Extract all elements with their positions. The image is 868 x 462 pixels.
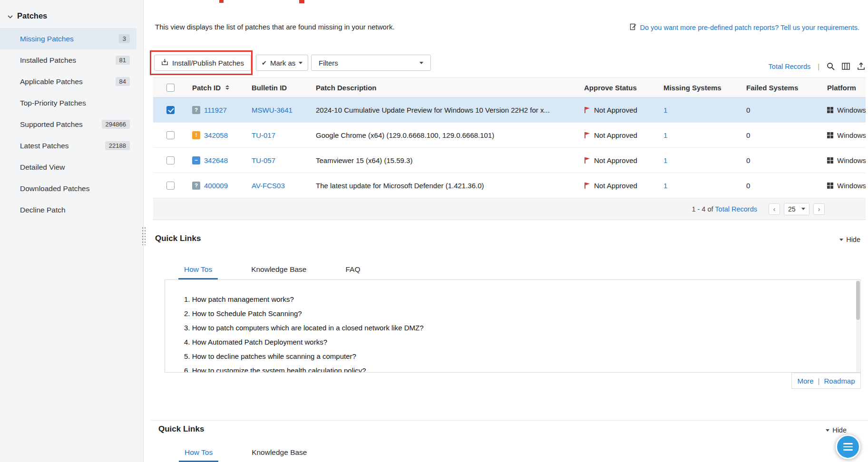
red-artifact [299, 0, 304, 3]
sidebar-section-patches[interactable]: Patches [0, 0, 143, 28]
pencil-paper-icon [630, 23, 636, 32]
row-checkbox[interactable] [166, 131, 175, 139]
table-body: ?111927MSWU-36412024-10 Cumulative Updat… [153, 97, 866, 198]
patch-id-link[interactable]: 400009 [204, 182, 228, 190]
tab-faq[interactable]: FAQ [340, 260, 366, 279]
missing-systems-link[interactable]: 1 [663, 106, 667, 114]
red-artifact [219, 0, 224, 3]
column-label: Approve Status [584, 84, 637, 92]
mark-as-label: Mark as [270, 59, 295, 67]
next-page-button[interactable]: › [813, 203, 825, 215]
reports-request-text: Do you want more pre-defined patch repor… [640, 24, 859, 31]
select-all-checkbox[interactable] [166, 84, 175, 92]
minus-severity-icon: − [192, 156, 200, 164]
count-badge: 81 [116, 56, 130, 65]
approve-status: Not Approved [578, 148, 658, 173]
roadmap-link[interactable]: Roadmap [824, 377, 855, 385]
column-header-patch-id[interactable]: Patch ID [186, 78, 246, 97]
sidebar-item-latest-patches[interactable]: Latest Patches22188 [0, 135, 137, 156]
platform-cell: Windows [821, 173, 866, 198]
sidebar: Patches Missing Patches3Installed Patche… [0, 0, 144, 462]
install-publish-button[interactable]: Install/Publish Patches [154, 55, 251, 71]
patch-id-link[interactable]: 342648 [204, 156, 228, 164]
tab-how-tos[interactable]: How Tos [178, 260, 218, 279]
bulletin-id-link[interactable]: MSWU-3641 [252, 106, 293, 114]
bulletin-id-link[interactable]: TU-017 [252, 131, 275, 139]
prev-page-button[interactable]: ‹ [769, 203, 780, 215]
sidebar-item-top-priority-patches[interactable]: Top-Priority Patches [0, 92, 137, 114]
hide-label: Hide [846, 236, 860, 243]
column-header-patch-description: Patch Description [310, 78, 578, 97]
howtos-list: 1. How patch management works?2. How to … [165, 280, 860, 373]
sort-icon[interactable] [225, 85, 229, 90]
page-size-dropdown[interactable]: 25 [784, 203, 809, 215]
table-row: ?111927MSWU-36412024-10 Cumulative Updat… [153, 97, 866, 123]
missing-systems-link[interactable]: 1 [663, 131, 667, 139]
reports-request-link[interactable]: Do you want more pre-defined patch repor… [630, 23, 859, 32]
tab-knowledge-base[interactable]: Knowledge Base [246, 444, 312, 462]
total-records-link[interactable]: Total Records [715, 205, 757, 213]
sidebar-item-downloaded-patches[interactable]: Downloaded Patches [0, 178, 137, 199]
howto-item[interactable]: 4. How Automated Patch Deployment works? [184, 335, 846, 349]
quick-links-tabs: How TosKnowledge BaseFAQ [178, 260, 366, 279]
platform-cell: Windows [821, 97, 866, 122]
pagination-range: 1 - 4 of Total Records [692, 205, 757, 213]
patch-id-link[interactable]: 111927 [204, 106, 227, 114]
hide-quick-links-button[interactable]: Hide [839, 236, 860, 243]
column-header-failed-systems: Failed Systems [741, 78, 821, 97]
tab-knowledge-base[interactable]: Knowledge Base [245, 260, 312, 279]
count-badge: 22188 [105, 141, 130, 150]
bulletin-id-link[interactable]: TU-057 [252, 156, 275, 164]
column-header-missing-systems: Missing Systems [658, 78, 741, 97]
column-label: Patch ID [192, 84, 221, 92]
sidebar-item-decline-patch[interactable]: Decline Patch [0, 199, 137, 221]
hide-quick-links-button[interactable]: Hide [826, 426, 847, 434]
tab-how-tos[interactable]: How Tos [179, 444, 218, 462]
mark-as-dropdown[interactable]: ✔ Mark as [256, 55, 308, 71]
failed-systems-count: 0 [741, 148, 821, 173]
sidebar-item-supported-patches[interactable]: Supported Patches294866 [0, 114, 137, 135]
sidebar-item-label: Top-Priority Patches [20, 99, 86, 107]
filters-dropdown[interactable]: Filters [311, 55, 431, 71]
sidebar-item-detailed-view[interactable]: Detailed View [0, 156, 137, 178]
scrollbar-thumb[interactable] [856, 281, 860, 320]
column-label: Missing Systems [663, 84, 722, 92]
sidebar-item-installed-patches[interactable]: Installed Patches81 [0, 49, 137, 71]
bulletin-id-link[interactable]: AV-FCS03 [252, 182, 285, 190]
row-checkbox[interactable] [166, 156, 175, 164]
total-records-link[interactable]: Total Records [769, 63, 811, 70]
panel-resize-handle[interactable] [142, 227, 146, 245]
patch-id-link[interactable]: 342058 [204, 131, 228, 139]
howto-item[interactable]: 3. How to patch computers which are loca… [184, 321, 846, 335]
sidebar-item-applicable-patches[interactable]: Applicable Patches84 [0, 71, 137, 92]
table-footer: 1 - 4 of Total Records ‹ 25 › [153, 198, 866, 220]
table-columns-icon[interactable] [842, 62, 850, 70]
howto-item[interactable]: 5. How to decline patches while scanning… [184, 349, 846, 364]
missing-systems-link[interactable]: 1 [663, 156, 667, 164]
table-actions: Total Records | [769, 62, 865, 70]
patch-description: The latest update for Microsoft Defender… [310, 173, 578, 198]
hide-label: Hide [832, 426, 847, 434]
row-checkbox[interactable] [166, 182, 175, 190]
quick-links-tabs-bottom: How TosKnowledge Base [179, 444, 313, 462]
flag-icon [584, 132, 590, 139]
howto-item[interactable]: 6. How to customize the system health ca… [184, 364, 846, 373]
howto-item[interactable]: 1. How patch management works? [184, 292, 846, 307]
howto-item[interactable]: 2. How to Schedule Patch Scanning? [184, 307, 846, 321]
sidebar-items: Missing Patches3Installed Patches81Appli… [0, 28, 143, 221]
column-header-approve-status: Approve Status [578, 78, 658, 97]
filters-label: Filters [319, 59, 338, 67]
search-icon[interactable] [827, 62, 835, 70]
column-label: Bulletin ID [252, 84, 287, 92]
hamburger-icon [843, 443, 853, 451]
export-icon[interactable] [857, 62, 865, 70]
more-link[interactable]: More [797, 377, 813, 385]
sidebar-item-label: Installed Patches [20, 56, 76, 65]
platform-cell: Windows [821, 148, 866, 173]
row-checkbox[interactable] [166, 106, 175, 114]
missing-systems-link[interactable]: 1 [663, 182, 667, 190]
help-fab-button[interactable] [836, 434, 860, 459]
howtos-panel: 1. How patch management works?2. How to … [165, 279, 861, 373]
section-divider [151, 420, 868, 421]
sidebar-item-missing-patches[interactable]: Missing Patches3 [0, 28, 137, 49]
